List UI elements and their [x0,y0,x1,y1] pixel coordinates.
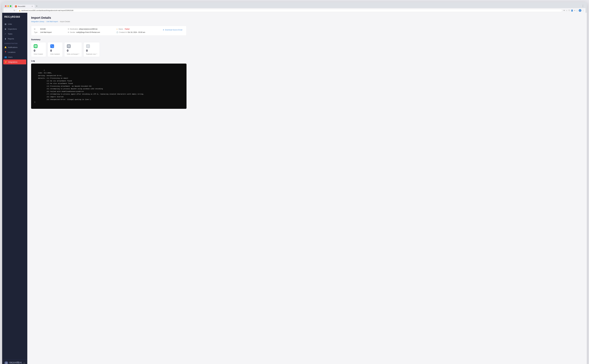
duplicate-rows-help[interactable]: ? [96,53,97,55]
reports-icon: ▮ [4,38,6,40]
id-label: Id [34,28,39,30]
app-logo: RECRD360 [2,13,27,20]
user-avatar: CR [4,361,8,364]
detail-type-row: Type Unit Mail Import [34,31,52,33]
sidebar-item-inspections[interactable]: ◉ Inspections [2,26,27,31]
breadcrumb-sep-1: › [45,21,46,23]
tasks-icon: ✓ [4,33,6,35]
created-at-clock-icon: 🕐 [116,31,118,33]
tab-title: Record360 [18,6,25,7]
tab-favicon: R [15,6,17,7]
breadcrumb-unit-mail-import[interactable]: Unit Mail Import [46,21,58,23]
close-button[interactable] [5,5,6,7]
units-unchanged-help[interactable]: ? [78,53,79,55]
notifications-icon: 🔔 [4,46,6,48]
status-value: Failed [125,28,129,30]
download-icon: ⬇ [163,29,164,31]
admin-section-label: ADMINISTRATION [2,41,27,45]
detail-status-row: ⚠ Status Failed [116,28,145,30]
id-value: 810166 [40,28,46,30]
destination-email-icon: ✉ [68,28,69,30]
log-content: { code: ICJ-0001, warning: Unexpected Er… [34,69,144,103]
browser-menu-icon[interactable]: ⋮ [582,9,584,12]
sidebar-footer: CR chad record360.cor chad@record360.com… [2,359,27,364]
integrations-icon: ⚡ [5,61,7,63]
page-title: Import Details [31,16,187,20]
detail-destination-row: ✉ Destination eliteprod(at)record360.biz [68,28,100,30]
minimize-button[interactable] [7,5,9,7]
sidebar: RECRD360 ▦ Units ◉ Inspections ✓ Tasks ▮… [2,13,27,364]
sender-label: Sender [70,31,75,33]
detail-sender-row: ✉ Sender notify@logs.Point-Of-Rental.com [68,31,100,33]
sidebar-nav: ▦ Units ◉ Inspections ✓ Tasks ▮ Reports … [2,20,27,359]
sidebar-item-notifications[interactable]: 🔔 Notifications [2,45,27,50]
log-section-title: Log [31,60,187,62]
back-button[interactable]: ← [5,9,8,12]
status-label: Status [119,28,124,30]
detail-id-row: Id 810166 [34,28,52,30]
reload-button[interactable]: ↻ [13,9,16,12]
sidebar-item-locations[interactable]: 📍 Locations [2,50,27,55]
created-at-value: Oct 18, 2024 - 03:00 am [128,31,145,33]
log-container: { code: ICJ-0001, warning: Unexpected Er… [31,64,187,109]
profile-icon[interactable]: 👤 [571,9,573,12]
units-unchanged-icon [67,44,71,48]
extensions-icon[interactable]: ⬚ [576,9,578,12]
duplicate-rows-card: 0 Duplicate rows ? [84,42,100,57]
locations-icon: 📍 [4,51,6,53]
summary-cards: 0 Units Created 0 [31,42,187,57]
new-tab-button[interactable]: + [35,4,39,8]
type-value: Unit Mail Import [40,31,52,33]
units-created-label: Units Created [34,53,43,55]
maximize-button[interactable] [10,5,11,7]
sidebar-item-inspections-label: Inspections [8,28,17,30]
sidebar-item-integrations[interactable]: ⚡ Integrations [3,59,26,64]
destination-label: Destination [70,28,78,30]
details-card: Id 810166 Type Unit Mail Import ✉ Destin… [31,26,187,36]
units-updated-label: Units Updated [50,53,60,55]
sidebar-item-units-label: Units [8,23,12,25]
duplicate-rows-label: Duplicate rows ? [86,53,97,55]
download-source-email-button[interactable]: ⬇ Download Source Email [161,28,184,32]
users-icon: 👥 [4,56,6,58]
sidebar-item-tasks-label: Tasks [8,33,12,35]
browser-menu[interactable]: ⋮ [582,4,584,7]
units-created-number: 0 [34,49,35,52]
duplicate-rows-icon [86,44,90,48]
inspections-icon: ◉ [4,28,6,30]
sender-value: notify@logs.Point-Of-Rental.com [76,31,100,33]
summary-section-title: Summary [31,38,187,41]
units-unchanged-label: Units unchanged ? [67,53,79,55]
user-more-button[interactable]: ••• [23,362,25,364]
units-created-icon [34,44,38,48]
units-updated-card: 0 Units Updated [48,42,63,57]
eye-slash-icon: 👁 [563,9,565,12]
destination-value: eliteprod(at)record360.biz [79,28,97,30]
sender-email-icon: ✉ [68,31,69,33]
bookmark-icon[interactable]: ☆ [566,9,568,12]
edit-icon[interactable]: ✏ [574,9,576,12]
sidebar-item-units[interactable]: ▦ Units [2,22,27,26]
sidebar-item-users-label: Users [8,56,13,58]
sidebar-item-locations-label: Locations [8,51,15,53]
address-bar[interactable]: 🔒 dashboard.record360.com/dashboard/inte… [17,9,562,12]
type-label: Type [34,31,39,33]
detail-created-at-row: 🕐 Created At Oct 18, 2024 - 03:00 am [116,31,145,33]
status-warning-icon: ⚠ [116,28,118,30]
units-unchanged-card: 0 Units unchanged ? [64,42,82,57]
user-avatar-browser[interactable]: C [579,9,581,12]
breadcrumb-integration-library[interactable]: Integration Library [31,21,44,23]
browser-tab[interactable]: R Record360 ✕ [13,5,35,8]
sidebar-item-reports-label: Reports [8,38,14,40]
forward-button[interactable]: → [9,9,12,12]
breadcrumb-current: Import Details [60,21,70,23]
created-at-label: Created At [119,31,127,33]
tab-close-button[interactable]: ✕ [32,6,33,7]
sidebar-item-tasks[interactable]: ✓ Tasks [2,31,27,36]
duplicate-rows-number: 0 [86,49,88,52]
shield-icon: 🛡 [568,9,570,12]
units-updated-number: 0 [50,49,52,52]
url-text: dashboard.record360.com/dashboard/integr… [21,10,73,11]
sidebar-item-users[interactable]: 👥 Users [2,55,27,59]
sidebar-item-reports[interactable]: ▮ Reports [2,36,27,41]
